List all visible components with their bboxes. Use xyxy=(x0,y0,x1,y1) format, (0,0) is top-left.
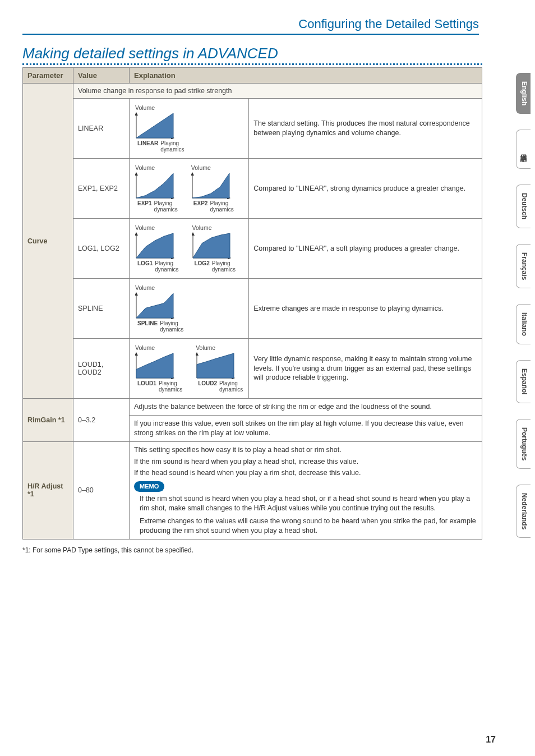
value-cell: LOG1, LOG2 xyxy=(73,219,130,279)
curve-chart-exp1: Volume EXP1 Playingdynamics xyxy=(135,164,178,213)
settings-table: Parameter Value Explanation Curve Volume… xyxy=(22,67,482,540)
table-row: H/R Adjust *1 0–80 This setting specifie… xyxy=(23,441,482,539)
explanation-cell: Adjusts the balance between the force of… xyxy=(130,399,482,416)
curve-chart-log2: Volume LOG2 Playingdynamics xyxy=(192,224,235,273)
chart-ylabel: Volume xyxy=(135,284,155,291)
explanation-cell: Compared to "LINEAR", strong dynamics pr… xyxy=(249,159,482,219)
chart-ylabel: Volume xyxy=(135,344,155,351)
table-row: LOUD1, LOUD2 Volume LOUD1 Playingdynamic… xyxy=(23,339,482,399)
chart-name-label: LOG2 xyxy=(194,260,209,266)
lang-tab-português[interactable]: Português xyxy=(516,419,531,469)
section-divider xyxy=(22,63,482,65)
table-row: SPLINE Volume SPLINE Playingdynamics Ext… xyxy=(23,279,482,339)
lang-tab-deutsch[interactable]: Deutsch xyxy=(516,185,531,228)
svg-marker-13 xyxy=(135,232,138,236)
lang-tab-english[interactable]: English xyxy=(516,73,531,114)
footnote: *1: For some PAD Type settings, this can… xyxy=(22,546,513,554)
language-tabs: English日本語DeutschFrançaisItalianoEspañol… xyxy=(516,73,531,538)
chart-name-label: LOUD1 xyxy=(137,380,156,386)
memo-badge: MEMO xyxy=(134,481,164,492)
chart-ylabel: Volume xyxy=(196,344,215,351)
chart-xlabel: Playingdynamics xyxy=(160,320,183,333)
chart-xlabel: Playingdynamics xyxy=(160,140,184,153)
chart-xlabel: Playingdynamics xyxy=(155,260,178,273)
chart-name-label: EXP1 xyxy=(137,200,152,206)
param-rimgain: RimGain *1 xyxy=(23,399,73,442)
value-cell: LINEAR xyxy=(73,99,130,159)
lang-tab-español[interactable]: Español xyxy=(516,360,531,403)
chart-xlabel: Playingdynamics xyxy=(219,380,243,393)
chart-ylabel: Volume xyxy=(191,164,211,171)
chart-cell: Volume EXP1 Playingdynamics Volume EXP2 … xyxy=(130,159,249,219)
chart-xlabel: Playingdynamics xyxy=(212,260,236,273)
svg-marker-25 xyxy=(135,352,138,356)
chart-ylabel: Volume xyxy=(192,224,211,231)
explanation-cell: This setting specifies how easy it is to… xyxy=(130,441,482,539)
curve-chart-log1: Volume LOG1 Playingdynamics xyxy=(135,224,178,273)
explanation-cell: If you increase this value, even soft st… xyxy=(130,415,482,441)
chart-ylabel: Volume xyxy=(135,164,155,171)
svg-marker-5 xyxy=(135,172,138,176)
svg-marker-17 xyxy=(192,232,195,236)
chart-name-label: LOUD2 xyxy=(198,380,217,386)
value-cell: EXP1, EXP2 xyxy=(73,159,130,219)
value-cell: SPLINE xyxy=(73,279,130,339)
col-value: Value xyxy=(73,68,130,84)
chart-name-label: LOG1 xyxy=(137,260,153,266)
explanation-cell: Extreme changes are made in response to … xyxy=(249,279,482,339)
lang-tab-日本語[interactable]: 日本語 xyxy=(516,130,531,169)
table-row: LINEAR Volume LINEAR Playingdynamics The… xyxy=(23,99,482,159)
page-number: 17 xyxy=(486,735,496,745)
explanation-cell: Compared to "LINEAR", a soft playing pro… xyxy=(249,219,482,279)
col-explanation: Explanation xyxy=(130,68,482,84)
lang-tab-italiano[interactable]: Italiano xyxy=(516,304,531,344)
chart-name-label: EXP2 xyxy=(193,200,208,206)
chart-cell: Volume LOUD1 Playingdynamics Volume LOUD… xyxy=(130,339,249,399)
chart-name-label: SPLINE xyxy=(137,320,158,326)
value-cell: 0–3.2 xyxy=(73,399,130,442)
value-cell: 0–80 xyxy=(73,441,130,539)
col-parameter: Parameter xyxy=(23,68,73,84)
svg-marker-21 xyxy=(135,292,138,296)
section-title: Making detailed settings in ADVANCED xyxy=(22,45,513,62)
curve-chart-loud1: Volume LOUD1 Playingdynamics xyxy=(135,344,182,393)
table-row: EXP1, EXP2 Volume EXP1 Playingdynamics V… xyxy=(23,159,482,219)
chart-ylabel: Volume xyxy=(135,224,155,231)
chart-xlabel: Playingdynamics xyxy=(210,200,233,213)
chart-cell: Volume LINEAR Playingdynamics xyxy=(130,99,249,159)
chart-cell: Volume LOG1 Playingdynamics Volume LOG2 … xyxy=(130,219,249,279)
chart-xlabel: Playingdynamics xyxy=(159,380,182,393)
lang-tab-français[interactable]: Français xyxy=(516,244,531,288)
curve-chart-spline: Volume SPLINE Playingdynamics xyxy=(135,284,183,333)
curve-chart-linear: Volume LINEAR Playingdynamics xyxy=(135,104,184,153)
chart-cell: Volume SPLINE Playingdynamics xyxy=(130,279,249,339)
param-hradjust: H/R Adjust *1 xyxy=(23,441,73,539)
explanation-cell: The standard setting. This produces the … xyxy=(249,99,482,159)
param-curve: Curve xyxy=(23,84,73,399)
lang-tab-nederlands[interactable]: Nederlands xyxy=(516,485,531,538)
explanation-cell: Very little dynamic response, making it … xyxy=(249,339,482,399)
table-row: LOG1, LOG2 Volume LOG1 Playingdynamics V… xyxy=(23,219,482,279)
curve-chart-loud2: Volume LOUD2 Playingdynamics xyxy=(196,344,243,393)
breadcrumb-link[interactable]: Configuring the Detailed Settings xyxy=(22,17,479,35)
chart-ylabel: Volume xyxy=(135,104,155,111)
svg-marker-1 xyxy=(135,112,138,116)
svg-marker-29 xyxy=(196,352,199,356)
chart-name-label: LINEAR xyxy=(137,140,158,146)
curve-span-header: Volume change in response to pad strike … xyxy=(73,84,482,99)
chart-xlabel: Playingdynamics xyxy=(154,200,178,213)
curve-chart-exp2: Volume EXP2 Playingdynamics xyxy=(191,164,234,213)
svg-marker-9 xyxy=(191,172,194,176)
value-cell: LOUD1, LOUD2 xyxy=(73,339,130,399)
table-row: RimGain *1 0–3.2 Adjusts the balance bet… xyxy=(23,399,482,416)
